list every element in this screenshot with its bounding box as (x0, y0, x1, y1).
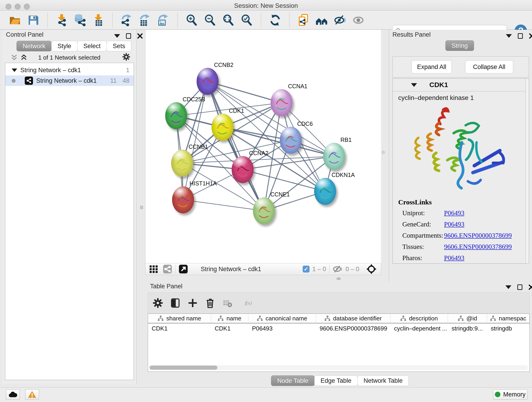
cell-database-identifier[interactable]: 9606.ENSP00000378699 (316, 324, 390, 333)
cell-canonical-name[interactable]: P06493 (248, 324, 316, 333)
cell-name[interactable]: CDK1 (211, 324, 248, 333)
delete-column-icon[interactable] (204, 297, 216, 309)
cell-shared-name[interactable]: CDK1 (148, 324, 211, 333)
node-CCNA2[interactable] (232, 156, 254, 183)
edge-CCNB2-CCNE1[interactable] (208, 81, 264, 211)
refresh-view-icon[interactable] (268, 13, 282, 27)
export-table-file-icon[interactable] (138, 13, 152, 27)
tab-network-table[interactable]: Network Table (357, 375, 409, 386)
save-session-icon[interactable] (27, 13, 40, 27)
node-HIST1H1A[interactable] (172, 186, 194, 213)
crosslink-link[interactable]: 9606.ENSP00000378699 (444, 243, 512, 250)
import-network-file-icon[interactable] (55, 13, 68, 27)
float-panel-icon[interactable] (518, 33, 523, 39)
results-scrollbar[interactable] (526, 79, 529, 263)
tab-node-table[interactable]: Node Table (271, 375, 315, 386)
column-header-description[interactable]: description (390, 314, 448, 323)
table-hscrollbar[interactable] (149, 365, 528, 370)
node-table[interactable]: shared namenamecanonical namedatabase id… (148, 313, 530, 372)
tab-string[interactable]: String (445, 40, 474, 51)
node-label-CCNA1: CCNA1 (288, 83, 307, 89)
column-header-database-identifier[interactable]: database identifier (316, 314, 390, 323)
collapse-panel-icon[interactable] (505, 285, 511, 289)
tab-network[interactable]: Network (17, 41, 51, 51)
cell-description[interactable]: cyclin–dependent ... (390, 324, 448, 333)
zoom-selected-icon[interactable] (240, 13, 253, 27)
node-CDC6[interactable] (280, 127, 302, 154)
hide-selected-icon[interactable] (334, 13, 347, 27)
crosslink-link[interactable]: P06493 (444, 220, 464, 228)
import-network-database-icon[interactable] (73, 13, 87, 27)
crosslink-link[interactable]: P06493 (444, 254, 464, 262)
export-network-file-icon[interactable] (120, 13, 133, 27)
tree-expand-icon[interactable] (12, 69, 17, 72)
collapse-panel-icon[interactable] (114, 34, 120, 38)
show-columns-icon[interactable] (170, 297, 181, 309)
table-data-row[interactable]: CDK1CDK1P064939606.ENSP00000378699cyclin… (148, 324, 530, 333)
network-options-gear-icon[interactable] (122, 53, 130, 61)
protein-section-header[interactable]: CDK1 (393, 79, 529, 91)
tab-style[interactable]: Style (51, 41, 77, 51)
table-options-gear-icon[interactable] (152, 297, 164, 309)
close-panel-icon[interactable] (529, 33, 532, 39)
expand-all-button[interactable]: Expand All (412, 60, 452, 74)
hidden-eye-icon[interactable] (333, 265, 343, 273)
clone-network-icon[interactable] (297, 13, 310, 27)
column-header-shared-name[interactable]: shared name (148, 314, 211, 323)
close-panel-icon[interactable] (137, 33, 143, 39)
node-CCNA1[interactable] (271, 89, 293, 116)
crosslink-link[interactable]: P06493 (444, 209, 464, 217)
open-in-browser-icon[interactable] (179, 264, 188, 274)
node-CDKN1A[interactable] (314, 178, 336, 205)
zoom-in-icon[interactable] (185, 13, 198, 27)
tab-sets[interactable]: Sets (107, 41, 131, 51)
node-RB1[interactable] (323, 143, 345, 170)
selected-checkbox-icon[interactable]: ✓ (303, 266, 310, 273)
edge-HIST1H1A-CCNE1[interactable] (183, 200, 264, 211)
fit-selected-target-icon[interactable] (366, 264, 377, 274)
cell--id[interactable]: stringdb:9... (448, 324, 487, 333)
app-window: Session: New Session ? Control Panel Net… (0, 0, 532, 402)
create-column-icon[interactable] (187, 297, 198, 309)
left-splitter-handle[interactable] (140, 206, 143, 209)
node-CCNE1[interactable] (253, 197, 275, 224)
column-header-name[interactable]: name (211, 314, 248, 323)
tab-select[interactable]: Select (77, 41, 107, 51)
section-collapse-icon[interactable] (411, 83, 417, 87)
node-CDC25B[interactable] (165, 102, 187, 129)
column-header-label: @id (467, 315, 477, 322)
import-table-file-icon[interactable] (92, 13, 105, 27)
zoom-out-icon[interactable] (203, 13, 217, 27)
houses-icon[interactable] (315, 13, 329, 27)
string-network-icon[interactable] (163, 264, 172, 274)
node-CDK1[interactable] (211, 114, 234, 141)
cloud-services-button[interactable] (6, 389, 20, 400)
export-image-file-icon[interactable] (157, 13, 170, 27)
close-panel-icon[interactable] (528, 284, 532, 290)
node-CCNB2[interactable] (196, 68, 219, 95)
cell-namespac[interactable]: stringdb (487, 324, 530, 333)
horizontal-splitter-handle[interactable] (336, 277, 341, 280)
collapse-panel-icon[interactable] (506, 34, 512, 38)
right-splitter-handle[interactable] (382, 151, 385, 154)
network-canvas[interactable]: CCNB2 CCNA1 CDC25B CDK1 CDC6 RB1 CCNB1 C… (145, 30, 381, 263)
table-hscrollbar-handle[interactable] (150, 366, 217, 370)
crosslink-link[interactable]: 9606.ENSP00000378699 (444, 232, 512, 239)
float-panel-icon[interactable] (517, 284, 522, 290)
column-header-namespac[interactable]: namespac (487, 314, 530, 323)
network-node-count: 11 (110, 77, 117, 84)
node-CCNB1[interactable] (171, 150, 193, 177)
float-panel-icon[interactable] (126, 33, 131, 39)
tab-edge-table[interactable]: Edge Table (314, 375, 358, 386)
column-header--id[interactable]: @id (448, 314, 487, 323)
memory-button[interactable]: Memory (493, 389, 527, 400)
birdseye-grid-icon[interactable] (149, 264, 158, 274)
warnings-button[interactable] (25, 389, 39, 400)
zoom-fit-icon[interactable] (222, 13, 235, 27)
network-collection-row[interactable]: String Network – cdk1 1 (5, 65, 133, 75)
open-session-icon[interactable] (8, 13, 22, 27)
table-panel-title: Table Panel (150, 283, 182, 290)
network-row-selected[interactable]: String Network – cdk1 11 48 (5, 75, 133, 86)
column-header-canonical-name[interactable]: canonical name (248, 314, 316, 323)
collapse-all-button[interactable]: Collapse All (465, 60, 513, 74)
